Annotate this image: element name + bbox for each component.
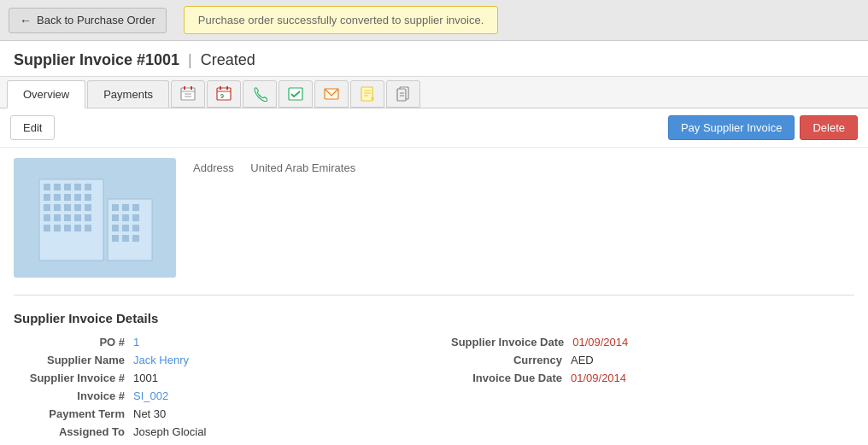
tab-overview[interactable]: Overview [7,80,85,108]
detail-row-currency: Currency AED [451,354,854,366]
value-po[interactable]: 1 [133,336,139,348]
address-row: Address United Arab Emirates [193,161,854,174]
svg-rect-52 [132,204,139,211]
page-status: Created [201,51,255,69]
svg-rect-8 [220,86,221,90]
svg-rect-36 [64,204,71,211]
svg-rect-5 [191,86,192,90]
svg-rect-60 [122,235,129,242]
tab-attachment[interactable] [386,80,420,108]
label-supplier-invoice-num: Supplier Invoice # [14,372,125,384]
svg-rect-29 [44,194,50,201]
svg-rect-33 [85,194,91,201]
svg-rect-13 [361,87,372,101]
value-payment-term: Net 30 [133,407,166,420]
back-button-label: Back to Purchase Order [37,14,155,26]
svg-rect-55 [132,214,139,221]
svg-rect-39 [44,214,50,221]
top-bar: ← Back to Purchase Order Purchase order … [0,0,868,41]
pay-supplier-invoice-button[interactable]: Pay Supplier Invoice [668,115,795,140]
svg-rect-37 [74,204,81,211]
svg-rect-43 [85,214,91,221]
svg-rect-59 [112,235,119,242]
details-grid: PO # 1 Supplier Name Jack Henry Supplier… [14,336,854,443]
svg-rect-56 [112,225,119,231]
svg-rect-48 [85,225,91,231]
right-buttons: Pay Supplier Invoice Delete [668,115,858,140]
tab-calendar[interactable]: 9 [207,80,241,108]
tab-phone[interactable] [243,80,277,108]
edit-button[interactable]: Edit [10,115,55,140]
svg-rect-50 [112,204,119,211]
back-button[interactable]: ← Back to Purchase Order [9,8,167,33]
svg-rect-41 [64,214,71,221]
company-logo [14,158,176,278]
svg-rect-51 [122,204,129,211]
value-supplier-invoice-num: 1001 [133,372,158,384]
value-supplier-name[interactable]: Jack Henry [133,354,189,366]
address-section: Address United Arab Emirates [193,158,854,278]
svg-rect-6 [217,88,231,100]
svg-rect-30 [54,194,61,201]
back-arrow-icon: ← [20,14,32,27]
detail-row-due-date: Invoice Due Date 01/09/2014 [451,372,854,384]
svg-rect-44 [44,225,50,231]
svg-rect-4 [184,86,185,90]
success-banner: Purchase order successfully converted to… [184,6,499,34]
address-value: United Arab Emirates [250,161,355,174]
delete-button[interactable]: Delete [800,115,858,140]
section-divider [14,295,854,296]
detail-row-invoice-date: Supplier Invoice Date 01/09/2014 [451,336,854,348]
svg-rect-54 [122,214,129,221]
svg-rect-26 [64,184,71,190]
invoice-details: Supplier Invoice Details PO # 1 Supplier… [0,302,868,445]
label-supplier-name: Supplier Name [14,354,125,366]
svg-rect-34 [44,204,50,211]
label-po: PO # [14,336,125,348]
svg-rect-45 [54,225,61,231]
svg-rect-42 [74,214,81,221]
value-assigned-to: Joseph Glocial [133,425,206,438]
tab-payments[interactable]: Payments [87,80,169,108]
svg-rect-19 [397,89,406,101]
title-prefix: Supplier Invoice # [14,51,145,68]
label-assigned-to: Assigned To [14,425,125,438]
svg-rect-25 [54,184,61,190]
details-right-col: Supplier Invoice Date 01/09/2014 Currenc… [451,336,854,443]
building-illustration [26,167,163,269]
success-message: Purchase order successfully converted to… [198,14,484,26]
value-invoice-num[interactable]: SI_002 [133,389,168,402]
svg-rect-53 [112,214,119,221]
svg-rect-27 [74,184,81,190]
detail-row-po: PO # 1 [14,336,417,348]
svg-rect-31 [64,194,71,201]
svg-rect-61 [132,235,139,242]
detail-row-payment-term: Payment Term Net 30 [14,407,417,420]
tab-calendar-list[interactable] [171,80,205,108]
svg-rect-32 [74,194,81,201]
page-title-bar: Supplier Invoice #1001 | Created [0,41,868,77]
svg-rect-46 [64,225,71,231]
label-due-date: Invoice Due Date [451,372,562,384]
title-separator: | [188,51,192,69]
label-payment-term: Payment Term [14,407,125,420]
action-row: Edit Pay Supplier Invoice Delete [0,108,868,148]
svg-rect-35 [54,204,61,211]
svg-rect-24 [44,184,50,190]
main-content: Supplier Invoice #1001 | Created Overvie… [0,41,868,445]
value-currency: AED [571,354,594,366]
label-currency: Currency [451,354,562,366]
details-left-col: PO # 1 Supplier Name Jack Henry Supplier… [14,336,417,443]
tab-note[interactable] [350,80,384,108]
detail-row-invoice-num: Invoice # SI_002 [14,389,417,402]
svg-rect-38 [85,204,91,211]
detail-row-assigned-to: Assigned To Joseph Glocial [14,425,417,438]
svg-rect-9 [226,86,228,90]
svg-rect-58 [132,225,139,231]
detail-row-supplier-invoice-num: Supplier Invoice # 1001 [14,372,417,384]
svg-rect-57 [122,225,129,231]
tab-email[interactable] [314,80,349,108]
tabs-bar: Overview Payments 9 [0,77,868,108]
value-due-date: 01/09/2014 [571,372,626,384]
tab-check[interactable] [279,80,313,108]
